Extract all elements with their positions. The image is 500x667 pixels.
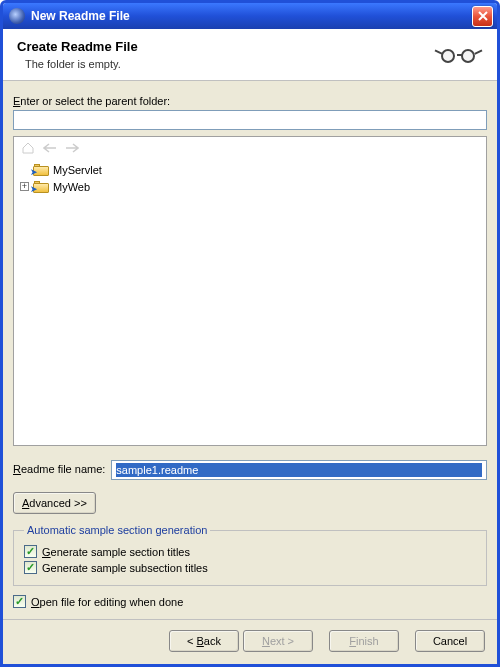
window-title: New Readme File [31,9,472,23]
forward-arrow-icon[interactable] [64,140,80,156]
parent-folder-label: Enter or select the parent folder: [13,95,487,107]
filename-label: Readme file name: [13,463,105,475]
folder-icon: ➤ [33,181,49,193]
wizard-body: Enter or select the parent folder: + ➤ [3,81,497,619]
app-icon [9,8,25,24]
glasses-icon [435,43,485,69]
home-icon[interactable] [20,140,36,156]
next-button[interactable]: Next > [243,630,313,652]
open-file-checkbox[interactable]: Open file for editing when done [13,595,487,608]
checkbox-icon [13,595,26,608]
close-button[interactable] [472,6,493,27]
checkbox-label: Generate sample section titles [42,546,190,558]
tree-toolbar [14,137,486,159]
section-generation-group: Automatic sample section generation Gene… [13,524,487,586]
finish-button[interactable]: Finish [329,630,399,652]
checkbox-icon [24,561,37,574]
filename-input[interactable]: sample1.readme [111,460,487,480]
tree-expander[interactable]: + [20,182,29,191]
parent-folder-input[interactable] [13,110,487,130]
folder-tree-container: + ➤ MyServlet + ➤ MyWeb [13,136,487,446]
wizard-banner: Create Readme File The folder is empty. [3,29,497,81]
banner-message: The folder is empty. [25,58,435,70]
titlebar[interactable]: New Readme File [3,3,497,29]
folder-tree[interactable]: + ➤ MyServlet + ➤ MyWeb [14,159,486,445]
wizard-footer: < Back Next > Finish Cancel [3,619,497,664]
checkbox-label: Generate sample subsection titles [42,562,208,574]
advanced-button[interactable]: Advanced >> [13,492,96,514]
group-legend: Automatic sample section generation [24,524,210,536]
checkbox-label: Open file for editing when done [31,596,183,608]
back-arrow-icon[interactable] [42,140,58,156]
close-icon [478,11,488,21]
tree-item-label: MyServlet [53,164,102,176]
banner-heading: Create Readme File [17,39,435,54]
folder-icon: ➤ [33,164,49,176]
back-button[interactable]: < Back [169,630,239,652]
cancel-button[interactable]: Cancel [415,630,485,652]
tree-item-label: MyWeb [53,181,90,193]
checkbox-icon [24,545,37,558]
generate-section-titles-checkbox[interactable]: Generate sample section titles [24,545,476,558]
tree-item[interactable]: + ➤ MyWeb [18,178,482,195]
generate-subsection-titles-checkbox[interactable]: Generate sample subsection titles [24,561,476,574]
dialog-window: New Readme File Create Readme File The f… [0,0,500,667]
tree-item[interactable]: + ➤ MyServlet [18,161,482,178]
